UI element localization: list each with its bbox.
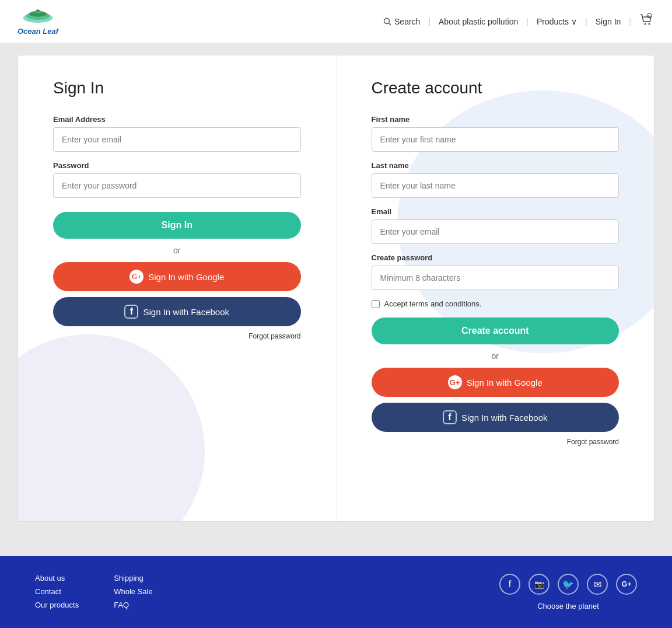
create-password-group: Create password [372,253,620,290]
nav-about[interactable]: About plastic pollution [439,17,518,26]
signin-panel: Sign In Email Address Password Sign In o… [18,55,337,521]
svg-point-6 [649,23,650,25]
site-header: Ocean Leaf Search | About plastic pollut… [0,0,672,43]
chevron-down-icon: ∨ [571,17,577,26]
instagram-social-icon[interactable]: 📷 [528,574,550,595]
separator-3: | [585,17,587,26]
facebook-icon-2: f [443,410,457,424]
create-title: Create account [372,79,620,97]
logo-text: Ocean Leaf [18,27,58,36]
signin-password-input[interactable] [53,173,301,198]
terms-label: Accept terms and conditions. [384,299,482,308]
signin-button[interactable]: Sign In [53,212,301,239]
googleplus-social-icon[interactable]: G+ [616,574,637,595]
nav-search[interactable]: Search [383,17,420,26]
svg-text:0: 0 [648,15,650,18]
terms-checkbox[interactable] [372,300,380,308]
create-password-input[interactable] [372,266,620,290]
terms-row: Accept terms and conditions. [372,299,620,308]
footer-link[interactable]: Our products [35,601,79,609]
footer-col-2: ShippingWhole SaleFAQ [114,574,152,609]
main-section: Sign In Email Address Password Sign In o… [0,43,672,556]
create-google-button[interactable]: G+ Sign In with Google [372,368,620,397]
create-account-button[interactable]: Create account [372,318,620,344]
create-or-text: or [372,351,620,361]
signin-title: Sign In [53,79,301,97]
create-email-input[interactable] [372,219,620,244]
social-icons: f 📷 🐦 ✉ G+ [499,574,637,595]
separator-2: | [526,17,528,26]
firstname-label: First name [372,115,620,124]
svg-point-3 [384,18,390,23]
firstname-group: First name [372,115,620,152]
nav-signin[interactable]: Sign In [596,17,621,26]
create-forgot-password[interactable]: Forgot password [372,438,620,446]
footer-tagline: Choose the planet [537,602,599,610]
signin-facebook-button[interactable]: f Sign In with Facebook [53,297,301,326]
firstname-input[interactable] [372,127,620,152]
facebook-social-icon[interactable]: f [499,574,520,595]
google-plus-icon: G+ [130,270,144,284]
footer-col-1: About usContactOur products [35,574,79,609]
separator-1: | [428,17,430,26]
signin-forgot-password[interactable]: Forgot password [53,332,301,340]
cart-icon[interactable]: 0 [639,13,654,30]
footer-link[interactable]: Contact [35,587,79,596]
footer-link[interactable]: About us [35,574,79,582]
email-social-icon[interactable]: ✉ [587,574,608,595]
svg-line-4 [389,23,391,25]
separator-4: | [629,17,631,26]
lastname-group: Last name [372,161,620,198]
footer-link[interactable]: Whole Sale [114,587,152,596]
email-group: Email Address [53,115,301,152]
logo[interactable]: Ocean Leaf [18,7,58,36]
create-account-panel: Create account First name Last name Emai… [337,55,654,521]
nav-products[interactable]: Products ∨ [537,17,577,26]
google-plus-icon-2: G+ [448,375,462,389]
facebook-icon: f [124,305,138,319]
signin-email-input[interactable] [53,127,301,152]
site-footer: About usContactOur products ShippingWhol… [0,556,672,628]
create-password-label: Create password [372,253,620,262]
lastname-label: Last name [372,161,620,170]
main-nav: Search | About plastic pollution | Produ… [383,13,654,30]
signin-google-button[interactable]: G+ Sign In with Google [53,262,301,291]
lastname-input[interactable] [372,173,620,198]
cart-svg: 0 [639,13,654,28]
twitter-social-icon[interactable]: 🐦 [558,574,579,595]
footer-link[interactable]: Shipping [114,574,152,582]
footer-links: About usContactOur products ShippingWhol… [35,574,153,609]
create-email-group: Email [372,207,620,244]
svg-point-5 [645,23,646,25]
footer-link[interactable]: FAQ [114,601,152,609]
search-icon [383,18,391,26]
email-label: Email Address [53,115,301,124]
password-label: Password [53,161,301,170]
password-group: Password [53,161,301,198]
signin-or-text: or [53,246,301,255]
footer-right: f 📷 🐦 ✉ G+ Choose the planet [499,574,637,610]
logo-image [20,7,55,26]
create-facebook-button[interactable]: f Sign In with Facebook [372,403,620,432]
auth-card: Sign In Email Address Password Sign In o… [18,55,654,522]
create-email-label: Email [372,207,620,216]
